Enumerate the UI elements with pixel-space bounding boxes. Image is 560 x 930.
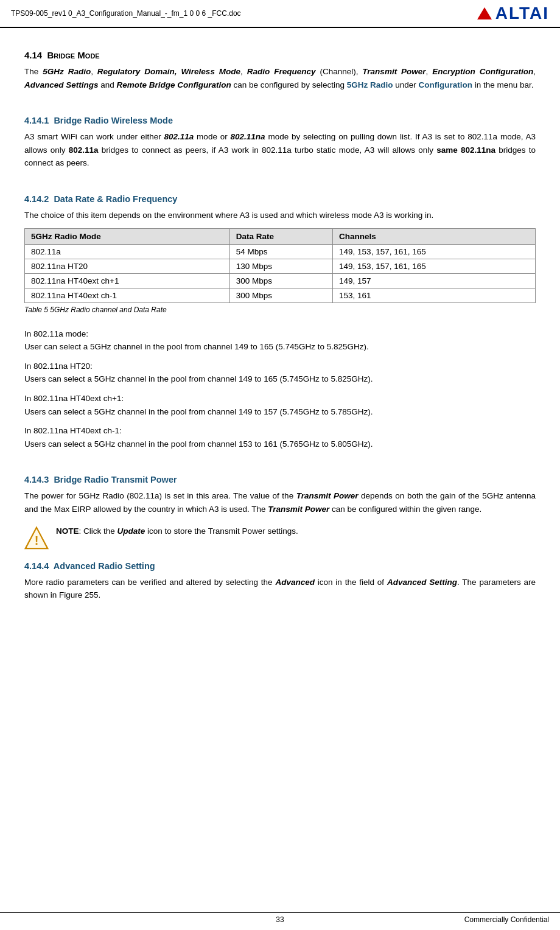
table-header-channels: Channels [333,228,536,244]
svg-text:!: ! [35,534,39,547]
confidential-label: Commercially Confidential [369,915,549,924]
section-4143-number: 4.14.3 [24,475,54,484]
note-box: ! NOTE: Click the Update icon to store t… [24,525,536,550]
section-4144-number: 4.14.4 [24,561,54,571]
page: TPS09-005_rev1 0_A3_Configuration_Manual… [0,0,560,930]
table-header-datarate: Data Rate [229,228,332,244]
table-cell-rate-0: 54 Mbps [229,244,332,259]
table-cell-channels-0: 149, 153, 157, 161, 165 [333,244,536,259]
note-label: NOTE [56,526,79,536]
radio-mode-table: 5GHz Radio Mode Data Rate Channels 802.1… [24,228,536,303]
note-text: NOTE: Click the Update icon to store the… [56,525,298,538]
section-4141-body: A3 smart WiFi can work under either 802.… [24,130,536,170]
section-4142-number: 4.14.2 [24,194,54,204]
mode-note-0: In 802.11a mode: User can select a 5GHz … [24,327,536,354]
section-4142-heading: Data Rate & Radio Frequency [54,194,177,204]
filename-label: TPS09-005_rev1 0_A3_Configuration_Manual… [11,9,241,18]
section-4142-title: 4.14.2 Data Rate & Radio Frequency [24,194,536,204]
section-4141-heading: Bridge Radio Wireless Mode [54,116,173,125]
note-body: : Click the Update icon to store the Tra… [79,526,298,536]
warning-icon: ! [24,526,49,550]
logo-text: ALTAI [495,4,549,23]
table-cell-channels-2: 149, 157 [333,273,536,288]
section-4143-title: 4.14.3 Bridge Radio Transmit Power [24,475,536,484]
table-cell-mode-3: 802.11na HT40ext ch-1 [25,288,230,302]
page-number: 33 [191,915,370,924]
section-414-number: 4.14 [24,50,47,60]
table-cell-rate-1: 130 Mbps [229,259,332,273]
table-row: 802.11na HT40ext ch-1 300 Mbps 153, 161 [25,288,536,302]
logo-area: ALTAI [477,4,549,23]
page-header: TPS09-005_rev1 0_A3_Configuration_Manual… [0,0,560,28]
table-header-mode: 5GHz Radio Mode [25,228,230,244]
section-4142-body: The choice of this item depends on the e… [24,209,536,222]
table-cell-mode-0: 802.11a [25,244,230,259]
page-content: 4.14 Bridge Mode The 5GHz Radio, Regulat… [0,28,560,645]
mode-note-3: In 802.11na HT40ext ch-1: Users can sele… [24,424,536,450]
table-cell-mode-1: 802.11na HT20 [25,259,230,273]
page-footer: 33 Commercially Confidential [0,912,560,924]
section-414-heading: Bridge Mode [47,50,100,60]
section-4141-title: 4.14.1 Bridge Radio Wireless Mode [24,116,536,125]
mode-note-1: In 802.11na HT20: Users can select a 5GH… [24,360,536,386]
section-4143-body: The power for 5GHz Radio (802.11a) is se… [24,489,536,516]
logo-triangle-icon [477,7,492,19]
table-caption: Table 5 5GHz Radio channel and Data Rate [24,306,536,314]
table-row: 802.11na HT20 130 Mbps 149, 153, 157, 16… [25,259,536,273]
mode-note-2: In 802.11na HT40ext ch+1: Users can sele… [24,392,536,418]
section-4144-title: 4.14.4 Advanced Radio Setting [24,561,536,571]
table-cell-channels-1: 149, 153, 157, 161, 165 [333,259,536,273]
section-414-body: The 5GHz Radio, Regulatory Domain, Wirel… [24,65,536,91]
table-cell-rate-2: 300 Mbps [229,273,332,288]
table-cell-channels-3: 153, 161 [333,288,536,302]
section-4144-body: More radio parameters can be verified an… [24,576,536,602]
table-cell-rate-3: 300 Mbps [229,288,332,302]
table-row: 802.11a 54 Mbps 149, 153, 157, 161, 165 [25,244,536,259]
table-cell-mode-2: 802.11na HT40ext ch+1 [25,273,230,288]
section-4143-heading: Bridge Radio Transmit Power [54,475,177,484]
section-4144-heading: Advanced Radio Setting [54,561,155,571]
table-row: 802.11na HT40ext ch+1 300 Mbps 149, 157 [25,273,536,288]
section-4141-number: 4.14.1 [24,116,54,125]
section-414-title: 4.14 Bridge Mode [24,50,536,60]
